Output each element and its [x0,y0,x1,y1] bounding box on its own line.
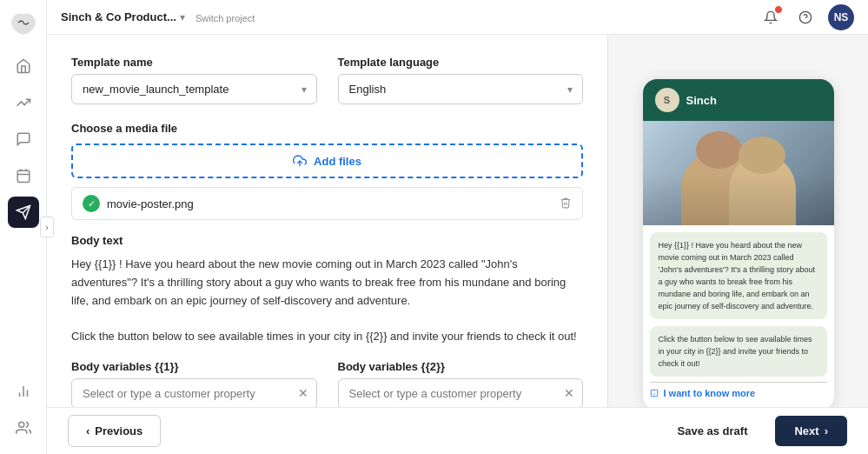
sidebar-item-messages[interactable] [8,124,39,155]
file-check-icon: ✓ [83,195,100,212]
template-name-label: Template name [71,56,317,69]
sidebar-item-home[interactable] [8,50,39,82]
body-text-section: Body text Hey {{1}} ! Have you heard abo… [71,234,583,346]
notifications-button[interactable] [759,5,783,30]
preview-image [643,121,834,225]
save-draft-button[interactable]: Save as draft [660,416,765,446]
sidebar-item-users[interactable] [8,412,39,444]
preview-image-overlay [643,121,834,225]
sidebar-item-analytics[interactable] [8,87,39,118]
template-language-label: Template language [338,56,584,69]
body-text-content: Hey {{1}} ! Have you heard about the new… [71,256,583,346]
template-language-select-wrapper: English ▾ [338,74,584,104]
var1-label: Body variables {{1}} [71,360,317,373]
add-files-button[interactable]: Add files [71,144,583,178]
var1-input-wrapper: ✕ [71,378,317,409]
sidebar-collapse-button[interactable]: › [40,217,54,237]
var1-input[interactable] [71,378,317,409]
phone-preview: S Sinch Hey {{1}} ! Have you heard about [643,79,834,410]
media-section-label: Choose a media file [71,122,583,135]
sidebar-item-send[interactable] [8,197,39,228]
switch-project-link[interactable]: Switch project [195,13,255,23]
topbar-chevron-icon: ▾ [180,11,185,23]
media-section: Choose a media file Add files ✓ movie-po… [71,122,583,220]
body-text-label: Body text [71,234,583,247]
preview-bubble-2: Click the button below to see available … [650,326,827,377]
next-button[interactable]: Next › [775,416,847,446]
var1-group: Body variables {{1}} ✕ [71,360,317,409]
file-name: movie-poster.png [107,197,553,210]
body-text-line1: Hey {{1}} ! Have you heard about the new… [71,257,566,307]
svg-point-9 [18,422,23,427]
preview-cta-label: I want to know more [664,388,756,398]
content-area: Template name new_movie_launch_template … [47,35,607,454]
template-language-group: Template language English ▾ [338,56,584,104]
body-text-line2: Click the button below to see available … [71,330,577,343]
preview-bubble-1: Hey {{1}} ! Have you heard about the new… [650,232,827,319]
sidebar-collapse-area: › [40,217,54,237]
template-name-select[interactable]: new_movie_launch_template [71,74,317,104]
template-name-group: Template name new_movie_launch_template … [71,56,317,104]
var2-input-wrapper: ✕ [338,378,584,409]
previous-button[interactable]: ‹ Previous [68,415,161,447]
file-item: ✓ movie-poster.png [71,187,583,220]
phone-header: S Sinch [643,79,834,121]
sidebar-item-campaigns[interactable] [8,160,39,191]
var2-label: Body variables {{2}} [338,360,584,373]
app-logo[interactable] [10,10,37,38]
file-delete-button[interactable] [560,197,572,211]
next-chevron-icon: › [825,424,828,437]
template-language-select[interactable]: English [338,74,584,104]
help-button[interactable] [793,5,818,30]
add-files-label: Add files [314,155,361,168]
preview-cta: I want to know more [650,382,827,398]
var2-clear-button[interactable]: ✕ [564,386,574,400]
user-avatar[interactable]: NS [828,4,854,30]
sidebar-item-reports[interactable] [8,376,39,407]
topbar: Sinch & Co Product... ▾ Switch project N… [47,0,868,35]
project-title: Sinch & Co Product... [61,10,176,23]
var2-input[interactable] [338,378,584,409]
notification-badge [774,5,783,14]
template-name-select-wrapper: new_movie_launch_template ▾ [71,74,317,104]
preview-panel: S Sinch Hey {{1}} ! Have you heard about [607,35,868,454]
var1-clear-button[interactable]: ✕ [298,386,308,400]
main-container: Template name new_movie_launch_template … [47,35,868,454]
svg-rect-13 [651,390,658,397]
body-variables-row: Body variables {{1}} ✕ Body variables {{… [71,360,583,409]
template-info-row: Template name new_movie_launch_template … [71,56,583,104]
preview-sender-avatar: S [655,88,679,112]
svg-rect-0 [17,170,30,183]
topbar-actions: NS [759,4,854,30]
footer: ‹ Previous Save as draft Next › [47,407,868,454]
preview-sender-name: Sinch [686,94,717,107]
var2-group: Body variables {{2}} ✕ [338,360,584,409]
prev-chevron-icon: ‹ [86,424,89,437]
